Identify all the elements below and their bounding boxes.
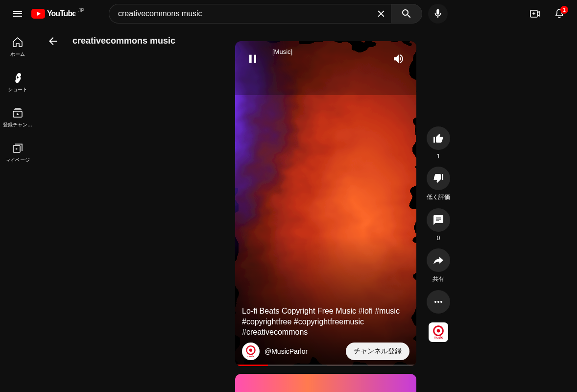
svg-point-16 [437,301,439,303]
page-title: creativecommons music [72,36,175,46]
subscriptions-icon [12,107,24,119]
comments-button[interactable] [427,208,450,232]
share-button[interactable] [427,248,450,272]
pause-button[interactable] [243,49,263,69]
sidebar-item-subscriptions[interactable]: 登録チャンネル [2,100,33,135]
short-player[interactable]: [Music] Lo-fi Beats Copyright Free Music… [235,41,416,366]
short-actions: 1 低く評価 0 共有 music [424,126,453,342]
like-button[interactable] [427,126,450,150]
sidebar-item-label: 登録チャンネル [3,122,32,128]
sidebar-item-label: マイページ [5,157,30,164]
dislike-label: 低く評価 [427,193,450,201]
country-code: JP [78,8,84,13]
svg-rect-22 [235,374,416,392]
comment-count: 0 [437,235,440,242]
svg-point-15 [434,301,436,303]
notifications-button[interactable]: 1 [550,4,569,24]
like-count: 1 [437,153,440,160]
more-button[interactable] [427,290,450,314]
progress-bar[interactable] [235,365,416,366]
shorts-icon [12,72,24,83]
audio-channel-chip[interactable]: music [429,322,448,342]
content-header: creativecommons music [35,27,175,54]
search-button[interactable] [391,4,422,24]
svg-text:YouTube: YouTube [47,9,75,18]
volume-button[interactable] [389,49,409,69]
sidebar-item-label: ホーム [10,51,25,58]
svg-text:music: music [247,355,255,358]
svg-point-20 [437,329,440,333]
sidebar-item-home[interactable]: ホーム [2,29,33,65]
library-icon [12,142,24,154]
caption-text: [Music] [272,48,292,55]
svg-text:music: music [433,336,443,339]
topbar: YouTube JP 1 [0,0,577,27]
mini-sidebar: ホーム ショート 登録チャンネル マイページ [0,27,35,392]
search-input[interactable] [117,9,373,19]
youtube-logo[interactable]: YouTube JP [31,9,75,19]
short-title: Lo-fi Beats Copyright Free Music #lofi #… [242,306,409,338]
svg-point-17 [440,301,442,303]
home-icon [12,36,24,48]
subscribe-button[interactable]: チャンネル登録 [346,343,409,360]
create-button[interactable] [525,4,545,24]
sidebar-item-label: ショート [8,86,27,93]
svg-point-13 [249,349,252,352]
sidebar-item-library[interactable]: マイページ [2,135,33,171]
share-label: 共有 [433,275,444,283]
notification-badge: 1 [560,6,568,14]
dislike-button[interactable] [427,167,450,190]
sidebar-item-shorts[interactable]: ショート [2,65,33,100]
guide-menu-button[interactable] [8,4,27,24]
search-box [109,4,391,24]
channel-avatar[interactable]: music [242,343,260,360]
clear-search-button[interactable] [373,6,389,22]
channel-handle[interactable]: @MusicParlor [264,347,308,355]
next-short-preview[interactable] [235,374,416,392]
voice-search-button[interactable] [428,4,448,24]
back-button[interactable] [43,31,63,51]
